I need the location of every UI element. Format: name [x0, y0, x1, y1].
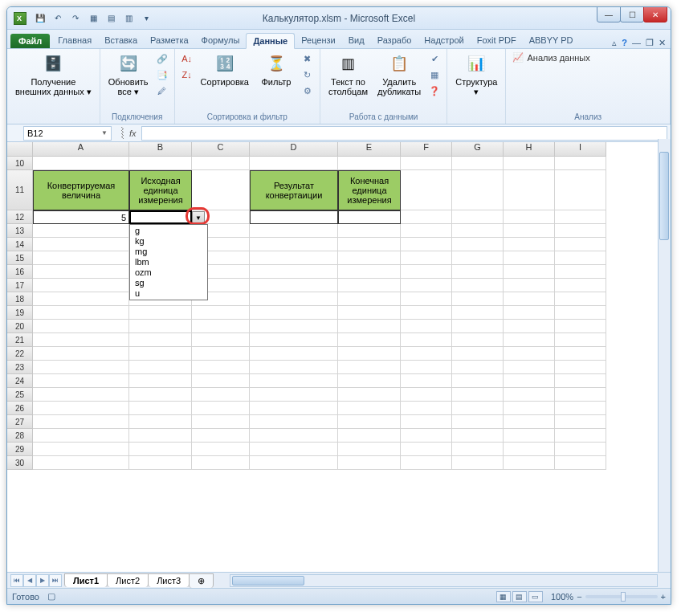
- cell-A28[interactable]: [33, 429, 129, 443]
- row-header-14[interactable]: 14: [7, 238, 33, 251]
- cell-G29[interactable]: [452, 443, 504, 456]
- cell-C19[interactable]: [192, 306, 250, 320]
- cell-H20[interactable]: [504, 320, 555, 333]
- sheet-tab-Лист1[interactable]: Лист1: [64, 573, 108, 587]
- fx-icon[interactable]: fx: [129, 129, 137, 138]
- undo-icon[interactable]: ↶: [51, 11, 65, 26]
- cell-E18[interactable]: [338, 292, 401, 306]
- cell-G26[interactable]: [452, 402, 504, 415]
- cell-H10[interactable]: [504, 157, 555, 170]
- dropdown-item[interactable]: mg: [130, 247, 207, 257]
- cell-A25[interactable]: [33, 388, 129, 402]
- horizontal-scrollbar[interactable]: [230, 574, 658, 587]
- cell-D10[interactable]: [250, 157, 338, 170]
- row-header-17[interactable]: 17: [7, 279, 33, 292]
- row-header-13[interactable]: 13: [7, 224, 33, 238]
- cell-B25[interactable]: [129, 388, 192, 402]
- cell-D22[interactable]: [250, 347, 338, 361]
- cell-B26[interactable]: [129, 402, 192, 415]
- cell-F22[interactable]: [401, 347, 452, 361]
- cell-F13[interactable]: [401, 224, 452, 238]
- qat-btn[interactable]: ▤: [104, 11, 118, 26]
- cell-D14[interactable]: [250, 238, 338, 251]
- cell-G10[interactable]: [452, 157, 504, 170]
- col-header-B[interactable]: B: [129, 142, 192, 157]
- cell-I11[interactable]: [555, 170, 606, 210]
- mdi-close-icon[interactable]: ✕: [659, 38, 666, 48]
- ribbon-tab-foxit pdf[interactable]: Foxit PDF: [471, 33, 523, 48]
- cell-F24[interactable]: [401, 374, 452, 388]
- cell-D26[interactable]: [250, 402, 338, 415]
- qat-btn[interactable]: ▥: [121, 11, 136, 26]
- col-header-G[interactable]: G: [452, 142, 504, 157]
- cell-D30[interactable]: [250, 456, 338, 470]
- cell-E16[interactable]: [338, 265, 401, 279]
- zoom-out-icon[interactable]: −: [577, 592, 581, 602]
- cell-B24[interactable]: [129, 374, 192, 388]
- row-header-18[interactable]: 18: [7, 292, 33, 306]
- row-header-26[interactable]: 26: [7, 402, 33, 415]
- reapply-icon[interactable]: ↻: [300, 67, 315, 82]
- row-header-27[interactable]: 27: [7, 415, 33, 429]
- cell-I26[interactable]: [555, 402, 606, 415]
- cell-E30[interactable]: [338, 456, 401, 470]
- zoom-thumb[interactable]: [621, 592, 626, 602]
- cell-B22[interactable]: [129, 347, 192, 361]
- cell-C29[interactable]: [192, 443, 250, 456]
- cell-F20[interactable]: [401, 320, 452, 333]
- sort-desc-icon[interactable]: Z↓: [180, 67, 194, 82]
- cell-A29[interactable]: [33, 443, 129, 456]
- get-external-data-button[interactable]: 🗄️ Получение внешних данных ▾: [12, 51, 95, 98]
- ribbon-tab-рецензи[interactable]: Рецензи: [295, 33, 342, 48]
- cell-D20[interactable]: [250, 320, 338, 333]
- cell-C22[interactable]: [192, 347, 250, 361]
- file-tab[interactable]: Файл: [10, 34, 50, 48]
- cell-C27[interactable]: [192, 415, 250, 429]
- cell-D29[interactable]: [250, 443, 338, 456]
- vertical-scrollbar[interactable]: [658, 139, 671, 572]
- cell-G17[interactable]: [452, 279, 504, 292]
- cell-E28[interactable]: [338, 429, 401, 443]
- cell-H19[interactable]: [504, 306, 555, 320]
- editlinks-icon[interactable]: 🖉: [155, 84, 169, 98]
- prev-sheet-icon[interactable]: ◀: [23, 574, 36, 587]
- cell-I14[interactable]: [555, 238, 606, 251]
- cell-H14[interactable]: [504, 238, 555, 251]
- cell-A30[interactable]: [33, 456, 129, 470]
- connections-icon[interactable]: 🔗: [155, 51, 169, 66]
- cell-A16[interactable]: [33, 265, 129, 279]
- cell-D27[interactable]: [250, 415, 338, 429]
- cell-C21[interactable]: [192, 333, 250, 347]
- cell-H28[interactable]: [504, 429, 555, 443]
- cell-F17[interactable]: [401, 279, 452, 292]
- zoom-in-icon[interactable]: +: [661, 592, 666, 602]
- cell-A13[interactable]: [33, 224, 129, 238]
- cell-H22[interactable]: [504, 347, 555, 361]
- cell-H16[interactable]: [504, 265, 555, 279]
- sheet-tab-Лист3[interactable]: Лист3: [148, 573, 190, 587]
- help-icon[interactable]: ?: [622, 38, 627, 48]
- chevron-down-icon[interactable]: ▼: [101, 129, 108, 137]
- qat-btn[interactable]: ▾: [139, 11, 153, 26]
- cell-F27[interactable]: [401, 415, 452, 429]
- text-to-columns-button[interactable]: ▥ Текст по столбцам: [325, 51, 371, 98]
- row-header-30[interactable]: 30: [7, 456, 33, 470]
- cell-H17[interactable]: [504, 279, 555, 292]
- row-header-12[interactable]: 12: [7, 210, 33, 224]
- sort-button[interactable]: 🔢 Сортировка: [198, 51, 252, 88]
- row-header-29[interactable]: 29: [7, 443, 33, 456]
- cell-I22[interactable]: [555, 347, 606, 361]
- cell-B30[interactable]: [129, 456, 192, 470]
- cell-C24[interactable]: [192, 374, 250, 388]
- cell-H30[interactable]: [504, 456, 555, 470]
- cell-D21[interactable]: [250, 333, 338, 347]
- cell-E13[interactable]: [338, 224, 401, 238]
- cell-F26[interactable]: [401, 402, 452, 415]
- cell-B29[interactable]: [129, 443, 192, 456]
- cell-E21[interactable]: [338, 333, 401, 347]
- cell-F28[interactable]: [401, 429, 452, 443]
- normal-view-icon[interactable]: ▦: [496, 591, 511, 602]
- cell-H23[interactable]: [504, 361, 555, 374]
- cell-A23[interactable]: [33, 361, 129, 374]
- cell-I12[interactable]: [555, 210, 606, 224]
